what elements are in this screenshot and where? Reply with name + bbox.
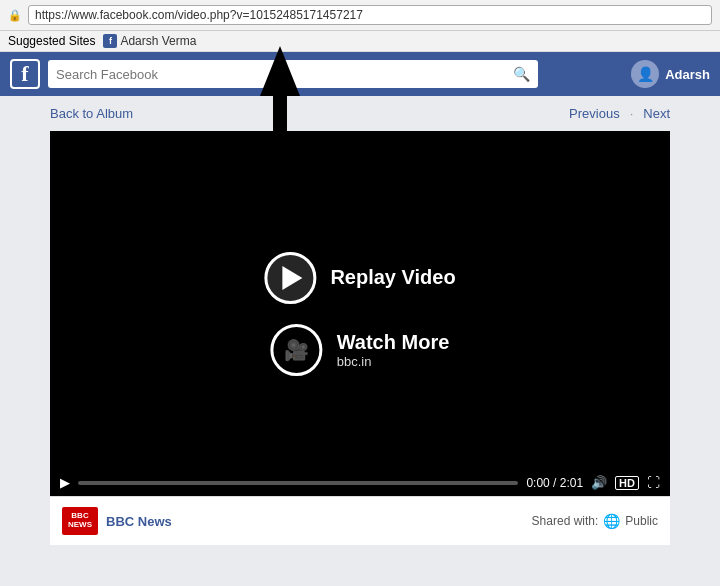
play-pause-button[interactable]: ▶ — [60, 475, 70, 490]
hd-badge[interactable]: HD — [615, 476, 639, 490]
avatar: 👤 — [631, 60, 659, 88]
watch-more-button[interactable]: 🎥 Watch More bbc.in — [271, 324, 450, 376]
page-content: Back to Album Previous · Next Replay Vid… — [0, 96, 720, 545]
video-controls-bar: ▶ 0:00 / 2:01 🔊 HD ⛶ — [50, 469, 670, 496]
suggested-sites-label: Suggested Sites — [8, 34, 95, 48]
watch-label-container: Watch More bbc.in — [337, 331, 450, 369]
source-name[interactable]: BBC News — [106, 514, 172, 529]
next-link[interactable]: Next — [643, 106, 670, 121]
watch-label: Watch More — [337, 331, 450, 354]
search-icon[interactable]: 🔍 — [513, 66, 530, 82]
privacy-label: Public — [625, 514, 658, 528]
nav-separator: · — [630, 106, 634, 121]
bookmark-label: Adarsh Verma — [120, 34, 196, 48]
svg-marker-0 — [260, 46, 300, 156]
url-display[interactable]: https://www.facebook.com/video.php?v=101… — [28, 5, 712, 25]
previous-link[interactable]: Previous — [569, 106, 620, 121]
shared-label: Shared with: — [532, 514, 599, 528]
ssl-icon: 🔒 — [8, 9, 22, 22]
browser-address-bar: 🔒 https://www.facebook.com/video.php?v=1… — [0, 0, 720, 31]
globe-icon: 🌐 — [603, 513, 620, 529]
back-to-album-link[interactable]: Back to Album — [50, 106, 133, 121]
facebook-favicon: f — [103, 34, 117, 48]
arrow-svg — [245, 46, 315, 156]
facebook-logo-letter: f — [21, 61, 28, 87]
replay-label-container: Replay Video — [330, 266, 455, 289]
replay-button[interactable]: Replay Video — [264, 252, 455, 304]
arrow-annotation — [245, 46, 315, 159]
play-circle-icon — [264, 252, 316, 304]
camera-circle-icon: 🎥 — [271, 324, 323, 376]
user-name[interactable]: Adarsh — [665, 67, 710, 82]
source-info: BBC News — [106, 514, 172, 529]
bbc-logo: BBC NEWS — [62, 507, 98, 535]
time-display: 0:00 / 2:01 — [526, 476, 583, 490]
album-nav: Back to Album Previous · Next — [0, 96, 720, 131]
volume-icon[interactable]: 🔊 — [591, 475, 607, 490]
fullscreen-icon[interactable]: ⛶ — [647, 475, 660, 490]
camera-icon: 🎥 — [284, 338, 309, 362]
bbc-text-2: NEWS — [68, 521, 92, 530]
video-container: Replay Video 🎥 Watch More bbc.in ▶ 0:00 … — [50, 131, 670, 496]
controls-right: 🔊 HD ⛶ — [591, 475, 660, 490]
post-info-bar: BBC NEWS BBC News Shared with: 🌐 Public — [50, 496, 670, 545]
video-overlay-buttons: Replay Video 🎥 Watch More bbc.in — [264, 252, 455, 376]
shared-info: Shared with: 🌐 Public — [532, 513, 658, 529]
progress-bar[interactable] — [78, 481, 518, 485]
facebook-header: f 🔍 👤 Adarsh — [0, 52, 720, 96]
play-triangle-icon — [282, 266, 302, 290]
nav-right: Previous · Next — [569, 106, 670, 121]
facebook-logo[interactable]: f — [10, 59, 40, 89]
bookmark-adarsh[interactable]: f Adarsh Verma — [103, 34, 196, 48]
post-source: BBC NEWS BBC News — [62, 507, 172, 535]
bookmarks-bar: Suggested Sites f Adarsh Verma — [0, 31, 720, 52]
replay-label: Replay Video — [330, 266, 455, 289]
watch-sub-label: bbc.in — [337, 354, 450, 369]
header-right: 👤 Adarsh — [631, 60, 710, 88]
